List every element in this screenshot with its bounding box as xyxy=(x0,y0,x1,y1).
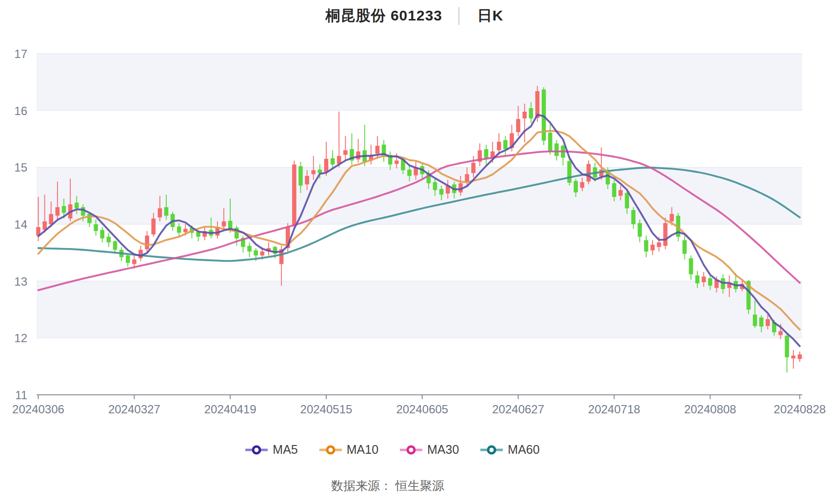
legend-item-ma60[interactable]: MA60 xyxy=(480,443,539,457)
ma10-legend-marker xyxy=(319,444,342,456)
data-source-label: 数据来源： xyxy=(331,479,392,492)
y-tick-label: 13 xyxy=(14,275,27,288)
data-source: 数据来源： 恒生聚源 xyxy=(0,478,802,494)
ma60-legend-marker xyxy=(480,444,503,456)
legend-item-ma10[interactable]: MA10 xyxy=(319,443,378,457)
ma-legend: MA5MA10MA30MA60 xyxy=(0,443,807,458)
legend-label-ma5: MA5 xyxy=(273,443,297,457)
y-tick-label: 16 xyxy=(14,104,27,117)
legend-label-ma10: MA10 xyxy=(347,443,378,457)
x-axis: 2024030620240327202404192024051520240605… xyxy=(12,395,826,416)
y-tick-label: 15 xyxy=(14,161,27,174)
x-tick-label: 20240808 xyxy=(684,403,736,416)
legend-label-ma60: MA60 xyxy=(508,443,539,457)
x-tick-label: 20240515 xyxy=(300,403,353,416)
x-tick-label: 20240828 xyxy=(774,403,826,416)
legend-item-ma5[interactable]: MA5 xyxy=(245,443,297,457)
x-tick-label: 20240306 xyxy=(12,403,64,416)
ma30-legend-marker xyxy=(400,444,422,456)
data-source-value: 恒生聚源 xyxy=(395,479,444,492)
x-tick-label: 20240605 xyxy=(396,403,448,416)
x-tick-label: 20240627 xyxy=(492,403,544,416)
x-tick-label: 20240718 xyxy=(588,403,640,416)
y-tick-label: 12 xyxy=(14,331,27,345)
kline-chart[interactable]: 2024030620240327202404192024051520240605… xyxy=(0,0,829,504)
y-tick-label: 11 xyxy=(15,388,27,402)
y-axis-labels: 11121314151617 xyxy=(14,47,27,402)
y-tick-label: 17 xyxy=(14,47,27,60)
x-tick-label: 20240327 xyxy=(108,403,160,416)
ma5-legend-marker xyxy=(245,444,268,456)
legend-label-ma30: MA30 xyxy=(427,443,459,457)
legend-item-ma30[interactable]: MA30 xyxy=(400,443,459,457)
x-tick-label: 20240419 xyxy=(204,403,257,416)
y-tick-label: 14 xyxy=(14,218,27,231)
split-area-bands xyxy=(37,54,802,338)
